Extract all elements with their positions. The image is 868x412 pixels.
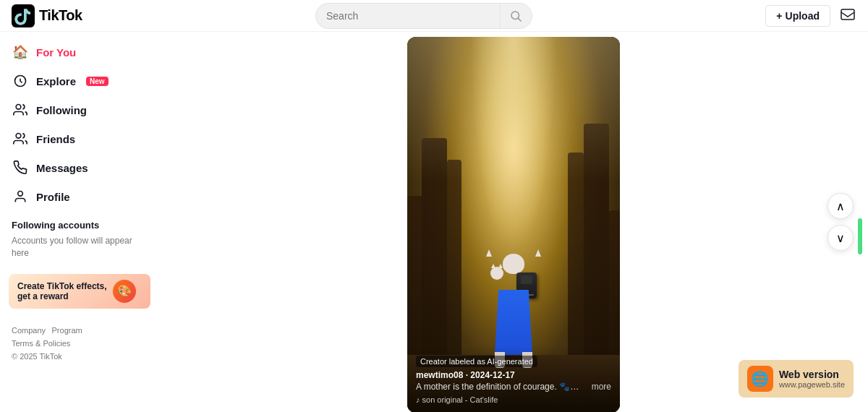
inbox-icon <box>839 7 856 25</box>
friends-icon <box>12 130 29 147</box>
terms-link[interactable]: Terms & Policies <box>12 339 70 348</box>
svg-line-2 <box>519 18 522 21</box>
chevron-up-icon: ∧ <box>836 199 845 213</box>
svg-point-7 <box>18 192 23 197</box>
cat-figure <box>485 254 542 355</box>
sidebar-item-following[interactable]: Following <box>0 95 159 124</box>
upload-button[interactable]: + Upload <box>765 5 830 27</box>
video-desc-text: A mother is the definition of courage. 🐾… <box>416 382 589 393</box>
sidebar-footer: Company Program Terms & Policies © 2025 … <box>0 314 159 369</box>
following-accounts-hint: Accounts you follow will appear here <box>0 233 159 268</box>
profile-icon <box>12 188 29 205</box>
video-music[interactable]: ♪ son original - Cat'slife <box>416 395 611 404</box>
effect-avatar: 🎨 <box>113 280 136 303</box>
home-icon: 🏠 <box>12 43 29 61</box>
video-container[interactable]: Creator labeled as AI-generated mewtimo0… <box>407 37 620 412</box>
messages-icon <box>12 159 29 176</box>
logo-wordmark: TikTok <box>39 7 82 24</box>
main-layout: 🏠 For You Explore New Following Friends <box>0 32 868 412</box>
cat-ear-right <box>535 249 541 257</box>
search-icon <box>509 9 522 22</box>
video-description: A mother is the definition of courage. 🐾… <box>416 382 611 393</box>
logo[interactable]: TikTok <box>12 4 82 27</box>
globe-icon: 🌐 <box>747 366 773 392</box>
new-badge: New <box>86 77 109 86</box>
tiktok-logo-icon <box>12 4 35 27</box>
sidebar-item-explore[interactable]: Explore New <box>0 66 159 95</box>
content-area: Creator labeled as AI-generated mewtimo0… <box>159 32 868 412</box>
following-label: Following <box>36 104 87 116</box>
effect-line2: get a reward <box>17 291 107 301</box>
fog-overlay <box>407 37 620 181</box>
explore-label: Explore <box>36 75 76 87</box>
search-button[interactable] <box>500 4 532 28</box>
sidebar-item-for-you[interactable]: 🏠 For You <box>0 38 159 66</box>
effect-banner-text: Create TikTok effects, get a reward <box>17 281 107 301</box>
search-area <box>315 3 532 29</box>
scroll-navigation: ∧ ∨ <box>827 193 854 251</box>
video-overlay: Creator labeled as AI-generated mewtimo0… <box>407 346 620 412</box>
chevron-down-icon: ∨ <box>836 231 845 245</box>
svg-point-5 <box>16 105 21 110</box>
watermark-main-text: Web version <box>779 369 845 380</box>
sidebar-item-messages[interactable]: Messages <box>0 153 159 182</box>
watermark: 🌐 Web version www.pageweb.site <box>739 360 854 398</box>
following-accounts-title: Following accounts <box>0 211 159 233</box>
video-feed: Creator labeled as AI-generated mewtimo0… <box>159 32 868 412</box>
cat-ear-left <box>486 249 492 257</box>
program-link[interactable]: Program <box>52 326 82 335</box>
following-icon <box>12 101 29 119</box>
header-actions: + Upload <box>765 5 856 27</box>
more-button[interactable]: more <box>592 382 611 393</box>
scroll-up-button[interactable]: ∧ <box>827 193 854 219</box>
watermark-text: Web version www.pageweb.site <box>779 369 845 389</box>
svg-point-1 <box>511 12 519 20</box>
search-input[interactable] <box>316 10 500 22</box>
copyright-text: © 2025 TikTok <box>12 352 148 361</box>
sidebar-item-friends[interactable]: Friends <box>0 124 159 153</box>
scroll-down-button[interactable]: ∨ <box>827 225 854 251</box>
company-link[interactable]: Company <box>12 326 46 335</box>
sidebar-item-profile[interactable]: Profile <box>0 182 159 211</box>
svg-point-6 <box>16 134 21 139</box>
upload-plus-icon: + <box>776 10 782 22</box>
inbox-button[interactable] <box>839 7 856 25</box>
small-cat <box>490 267 503 280</box>
explore-icon <box>12 72 29 90</box>
svg-rect-3 <box>841 9 854 20</box>
sidebar: 🏠 For You Explore New Following Friends <box>0 32 159 412</box>
video-username[interactable]: mewtimo08 · 2024-12-17 <box>416 370 611 380</box>
online-indicator <box>858 218 862 254</box>
messages-label: Messages <box>36 162 88 174</box>
header: TikTok + Upload <box>0 0 868 32</box>
effect-banner[interactable]: Create TikTok effects, get a reward 🎨 <box>9 274 150 309</box>
watermark-sub-text: www.pageweb.site <box>779 380 845 389</box>
effect-line1: Create TikTok effects, <box>17 281 107 291</box>
search-box <box>315 3 532 29</box>
for-you-label: For You <box>36 46 76 59</box>
cat-head <box>503 254 524 274</box>
upload-label: Upload <box>786 10 820 22</box>
friends-label: Friends <box>36 133 75 145</box>
profile-label: Profile <box>36 191 70 203</box>
ai-generated-label: Creator labeled as AI-generated <box>416 356 537 367</box>
